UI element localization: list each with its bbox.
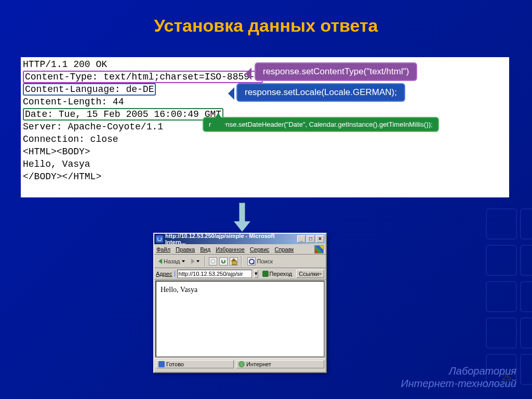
go-button[interactable]: Переход (260, 271, 295, 277)
page-content: Hello, Vasya (155, 281, 325, 357)
forward-button[interactable] (189, 258, 202, 264)
address-dropdown[interactable]: ▾ (254, 270, 258, 278)
code-line: Connection: close (23, 133, 507, 145)
back-button[interactable]: Назад (156, 258, 187, 265)
refresh-icon[interactable] (219, 257, 228, 265)
globe-icon (238, 361, 245, 367)
code-line-highlighted-blue: Content-Language: de-DE (23, 83, 156, 96)
ie-icon (158, 361, 165, 367)
go-icon (262, 271, 269, 277)
status-ready: Готово (166, 361, 184, 367)
separator (205, 256, 206, 267)
maximize-button[interactable]: □ (307, 235, 315, 243)
status-bar: Готово Интернет (154, 358, 326, 369)
callout-blue: response.setLocale(Locale.GERMAN); (236, 83, 405, 102)
search-button[interactable]: Поиск (245, 257, 275, 266)
code-line-highlighted-purple: Content-Type: text/html;charset=ISO-8859… (23, 71, 263, 83)
chevron-down-icon (196, 260, 200, 262)
separator (241, 256, 242, 267)
menu-favorites[interactable]: Избранное (216, 246, 245, 252)
footer-brand: Лаборатория Интернет-технологий (401, 365, 516, 390)
code-line: <HTML><BODY> (23, 145, 507, 158)
callout-green: response.setDateHeader("Date", Calendar.… (203, 117, 439, 132)
code-line: </BODY></HTML> (23, 170, 507, 183)
chevron-right-icon: » (319, 271, 322, 276)
slide-title: Установка данных ответа (0, 16, 532, 36)
page-icon (175, 271, 175, 277)
window-titlebar[interactable]: http://10.12.53.250/ajp/simple - Microso… (154, 234, 326, 244)
home-icon[interactable] (230, 257, 238, 265)
menu-edit[interactable]: Правка (176, 246, 195, 252)
menu-view[interactable]: Вид (200, 246, 210, 252)
arrow-left-icon (158, 259, 162, 264)
menu-file[interactable]: Файл (156, 246, 170, 252)
address-bar: Адрес ▾ Переход Ссылки » (154, 268, 326, 280)
close-button[interactable]: × (316, 235, 324, 243)
page-text: Hello, Vasya (161, 286, 197, 294)
arrow-down-icon (234, 203, 249, 231)
callout-purple: response.setContentType("text/html") (255, 62, 417, 81)
keyboard-decoration (484, 207, 532, 389)
minimize-button[interactable]: _ (297, 235, 305, 243)
chevron-down-icon (182, 260, 185, 262)
browser-window: http://10.12.53.250/ajp/simple - Microso… (153, 233, 327, 373)
menu-help[interactable]: Справк (275, 246, 294, 252)
menubar: Файл Правка Вид Избранное Сервис Справк (154, 244, 326, 255)
address-label: Адрес (156, 271, 172, 277)
code-line: Hello, Vasya (23, 158, 507, 170)
ie-icon (156, 235, 163, 243)
links-button[interactable]: Ссылки » (296, 270, 324, 278)
stop-icon[interactable] (209, 257, 217, 265)
status-zone: Интернет (246, 361, 271, 367)
address-input[interactable] (177, 270, 252, 278)
window-title: http://10.12.53.250/ajp/simple - Microso… (165, 233, 296, 245)
menu-tools[interactable]: Сервис (250, 246, 270, 252)
search-icon (247, 257, 256, 265)
arrow-right-icon (191, 259, 195, 264)
windows-flag-icon (314, 245, 324, 254)
toolbar: Назад Поиск (154, 255, 326, 268)
code-line-highlighted-green: Date: Tue, 15 Feb 2005 16:00:49 GMT (23, 108, 223, 121)
